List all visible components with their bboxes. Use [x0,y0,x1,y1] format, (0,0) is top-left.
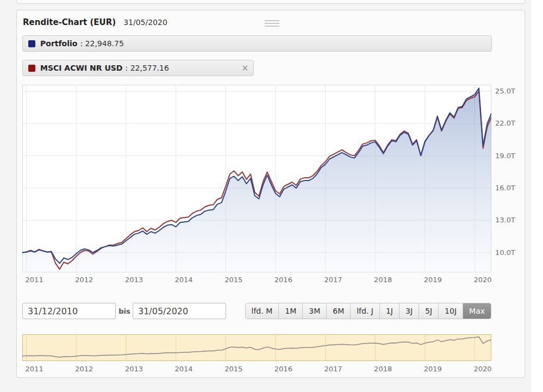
benchmark-separator: : [125,64,130,72]
range-button-3j[interactable]: 3J [400,303,419,319]
range-button-lfd-m[interactable]: lfd. M [246,303,279,319]
benchmark-swatch-icon [28,65,35,72]
navigator-axis-label: 2015 [219,365,249,373]
legend-benchmark: MSCI ACWI NR USD : 22,577.16 × [22,60,254,76]
portfolio-name: Portfolio [40,39,77,48]
navigator-axis-label: 2012 [69,365,99,373]
x-axis-label: 2020 [467,276,498,284]
range-button-6m[interactable]: 6M [327,303,351,319]
previous-panel-edge [16,0,525,4]
navigator-svg [22,334,491,361]
date-to-input[interactable] [133,303,226,319]
y-axis-label: 10.0T [495,248,515,257]
range-button-3m[interactable]: 3M [303,303,327,319]
portfolio-swatch-icon [28,40,35,47]
y-axis-label: 19.0T [495,152,515,160]
portfolio-value: 22,948.75 [85,39,124,48]
range-button-max[interactable]: Max [463,303,491,319]
navigator-axis-label: 2020 [467,365,498,373]
navigator-axis-label: 2017 [318,365,348,373]
x-axis-label: 2013 [118,276,149,284]
range-button-5j[interactable]: 5J [419,303,439,319]
chart-panel: Rendite-Chart (EUR) 31/05/2020 Portfolio… [16,10,525,378]
navigator-axis-label: 2013 [118,365,149,373]
x-axis-label: 2014 [168,276,199,284]
range-button-10j[interactable]: 10J [439,303,463,319]
main-chart[interactable] [22,85,491,272]
navigator-axis-label: 2014 [168,365,199,373]
y-axis-label: 16.0T [495,184,515,192]
benchmark-name: MSCI ACWI NR USD [40,64,122,72]
navigator-chart[interactable] [22,334,491,361]
bis-label: bis [117,307,132,315]
range-button-1m[interactable]: 1M [279,303,303,319]
x-axis-label: 2018 [368,276,398,284]
x-axis-label: 2011 [19,276,49,284]
y-axis-label: 25.0T [495,87,515,95]
range-button-lfd-j[interactable]: lfd. J [351,303,380,319]
header-date: 31/05/2020 [123,18,167,27]
legend-portfolio: Portfolio : 22,948.75 [22,35,492,52]
drag-handle-icon[interactable] [265,20,279,28]
x-axis-label: 2019 [417,276,448,284]
page-title: Rendite-Chart (EUR) [23,17,116,27]
navigator-axis-label: 2016 [268,365,298,373]
date-from-input[interactable] [22,303,116,319]
x-axis-label: 2017 [318,276,348,284]
portfolio-separator: : [80,39,85,48]
page-right-gutter [530,0,543,392]
x-axis-label: 2012 [69,276,99,284]
navigator-axis-label: 2018 [368,365,398,373]
panel-header: Rendite-Chart (EUR) 31/05/2020 [23,17,167,27]
y-axis-label: 13.0T [495,216,515,224]
x-axis-label: 2016 [268,276,298,284]
navigator-axis-label: 2019 [417,365,448,373]
x-axis-label: 2015 [219,276,249,284]
navigator-axis-label: 2011 [19,365,49,373]
main-chart-svg [22,85,491,272]
benchmark-value: 22,577.16 [130,64,169,72]
range-button-1j[interactable]: 1J [380,303,400,319]
y-axis-label: 22.0T [495,119,515,127]
range-button-group: lfd. M1M3M6Mlfd. J1J3J5J10JMax [245,303,491,319]
close-icon[interactable]: × [241,63,248,73]
